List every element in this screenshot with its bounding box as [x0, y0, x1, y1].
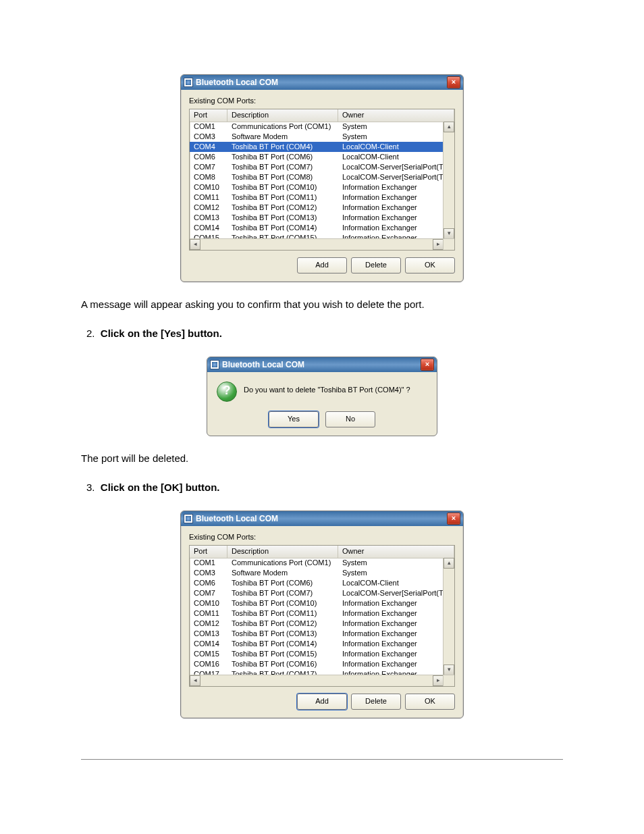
cell-description: Toshiba BT Port (COM4) — [227, 142, 338, 152]
table-row[interactable]: COM11Toshiba BT Port (COM11)Information … — [190, 192, 444, 203]
cell-port: COM3 — [190, 132, 227, 142]
cell-description: Communications Port (COM1) — [227, 558, 338, 568]
cell-description: Toshiba BT Port (COM11) — [227, 192, 338, 203]
close-icon[interactable]: × — [421, 359, 434, 371]
header-owner[interactable]: Owner — [338, 109, 454, 122]
cell-owner: Information Exchanger — [338, 649, 444, 659]
cell-description: Toshiba BT Port (COM10) — [227, 182, 338, 192]
scroll-down-icon[interactable]: ▾ — [444, 228, 454, 239]
body-text: A message will appear asking you to conf… — [81, 298, 563, 310]
table-row[interactable]: COM12Toshiba BT Port (COM12)Information … — [190, 203, 444, 213]
cell-owner: Information Exchanger — [338, 598, 444, 608]
table-row[interactable]: COM8Toshiba BT Port (COM8)LocalCOM-Serve… — [190, 172, 444, 182]
scroll-right-icon[interactable]: ▸ — [433, 239, 444, 250]
cell-port: COM11 — [190, 608, 227, 619]
table-row[interactable]: COM12Toshiba BT Port (COM12)Information … — [190, 619, 444, 629]
table-row[interactable]: COM15Toshiba BT Port (COM15)Information … — [190, 649, 444, 659]
cell-owner: Information Exchanger — [338, 192, 444, 203]
table-row[interactable]: COM6Toshiba BT Port (COM6)LocalCOM-Clien… — [190, 152, 444, 162]
cell-description: Toshiba BT Port (COM6) — [227, 578, 338, 588]
horizontal-scrollbar[interactable]: ◂ ▸ — [190, 238, 444, 250]
scroll-left-icon[interactable]: ◂ — [190, 239, 200, 250]
listview-header[interactable]: Port Description Owner — [190, 109, 454, 122]
cell-port: COM6 — [190, 578, 227, 588]
cell-port: COM1 — [190, 558, 227, 568]
vertical-scrollbar[interactable]: ▴ ▾ — [443, 122, 454, 239]
app-icon — [184, 78, 193, 87]
scroll-left-icon[interactable]: ◂ — [190, 675, 200, 686]
table-row[interactable]: COM13Toshiba BT Port (COM13)Information … — [190, 629, 444, 639]
cell-port: COM11 — [190, 192, 227, 203]
cell-owner: LocalCOM-Client — [338, 578, 444, 588]
table-row[interactable]: COM4Toshiba BT Port (COM4)LocalCOM-Clien… — [190, 142, 444, 152]
scroll-up-icon[interactable]: ▴ — [444, 122, 454, 132]
cell-description: Software Modem — [227, 132, 338, 142]
close-icon[interactable]: × — [447, 513, 460, 525]
no-button[interactable]: No — [325, 411, 375, 427]
cell-description: Software Modem — [227, 568, 338, 578]
table-row[interactable]: COM10Toshiba BT Port (COM10)Information … — [190, 598, 444, 608]
cell-owner: System — [338, 122, 444, 132]
vertical-scrollbar[interactable]: ▴ ▾ — [443, 558, 454, 675]
ok-button[interactable]: OK — [405, 694, 455, 710]
cell-description: Toshiba BT Port (COM10) — [227, 598, 338, 608]
table-row[interactable]: COM6Toshiba BT Port (COM6)LocalCOM-Clien… — [190, 578, 444, 588]
cell-description: Toshiba BT Port (COM14) — [227, 639, 338, 649]
cell-description: Toshiba BT Port (COM11) — [227, 608, 338, 619]
cell-owner: Information Exchanger — [338, 203, 444, 213]
table-row[interactable]: COM3Software ModemSystem — [190, 568, 444, 578]
delete-button[interactable]: Delete — [351, 257, 401, 273]
scroll-up-icon[interactable]: ▴ — [444, 558, 454, 569]
header-description[interactable]: Description — [227, 109, 338, 122]
header-port[interactable]: Port — [190, 546, 227, 558]
header-description[interactable]: Description — [227, 546, 338, 558]
table-row[interactable]: COM16Toshiba BT Port (COM16)Information … — [190, 659, 444, 669]
horizontal-scrollbar[interactable]: ◂ ▸ — [190, 675, 444, 686]
delete-button[interactable]: Delete — [351, 694, 401, 710]
cell-owner: Information Exchanger — [338, 608, 444, 619]
table-row[interactable]: COM3Software ModemSystem — [190, 132, 444, 142]
cell-owner: LocalCOM-Client — [338, 152, 444, 162]
scroll-down-icon[interactable]: ▾ — [444, 664, 454, 675]
table-row[interactable]: COM11Toshiba BT Port (COM11)Information … — [190, 608, 444, 619]
title-bar[interactable]: Bluetooth Local COM × — [181, 511, 463, 526]
table-row[interactable]: COM7Toshiba BT Port (COM7)LocalCOM-Serve… — [190, 588, 444, 598]
table-row[interactable]: COM7Toshiba BT Port (COM7)LocalCOM-Serve… — [190, 162, 444, 172]
step-2: 2. Click on the [Yes] button. — [81, 328, 563, 339]
ok-button[interactable]: OK — [405, 257, 455, 273]
add-button[interactable]: Add — [297, 257, 347, 273]
scroll-right-icon[interactable]: ▸ — [433, 675, 444, 686]
table-row[interactable]: COM13Toshiba BT Port (COM13)Information … — [190, 213, 444, 223]
title-bar[interactable]: Bluetooth Local COM × — [207, 357, 437, 372]
header-owner[interactable]: Owner — [338, 546, 454, 558]
body-text: The port will be deleted. — [81, 452, 563, 464]
table-row[interactable]: COM14Toshiba BT Port (COM14)Information … — [190, 639, 444, 649]
cell-owner: System — [338, 132, 444, 142]
cell-description: Toshiba BT Port (COM8) — [227, 172, 338, 182]
cell-description: Toshiba BT Port (COM16) — [227, 659, 338, 669]
com-ports-listview[interactable]: Port Description Owner COM1Communication… — [189, 109, 455, 251]
cell-port: COM6 — [190, 152, 227, 162]
cell-owner: LocalCOM-Server[SerialPort(TOSHIBA — [338, 162, 444, 172]
yes-button[interactable]: Yes — [269, 411, 319, 427]
header-port[interactable]: Port — [190, 109, 227, 122]
listview-header[interactable]: Port Description Owner — [190, 546, 454, 558]
window-title: Bluetooth Local COM — [222, 360, 421, 369]
table-row[interactable]: COM10Toshiba BT Port (COM10)Information … — [190, 182, 444, 192]
list-label: Existing COM Ports: — [189, 97, 455, 105]
cell-owner: Information Exchanger — [338, 213, 444, 223]
table-row[interactable]: COM1Communications Port (COM1)System — [190, 122, 444, 132]
add-button[interactable]: Add — [297, 694, 347, 710]
table-row[interactable]: COM14Toshiba BT Port (COM14)Information … — [190, 223, 444, 233]
title-bar[interactable]: Bluetooth Local COM × — [181, 75, 463, 90]
scroll-corner — [443, 675, 454, 686]
message-text: Do you want to delete "Toshiba BT Port (… — [244, 382, 410, 394]
close-icon[interactable]: × — [447, 76, 460, 88]
table-row[interactable]: COM1Communications Port (COM1)System — [190, 558, 444, 568]
cell-description: Toshiba BT Port (COM13) — [227, 629, 338, 639]
cell-port: COM14 — [190, 639, 227, 649]
cell-owner: System — [338, 568, 444, 578]
question-icon — [217, 382, 237, 402]
com-ports-listview[interactable]: Port Description Owner COM1Communication… — [189, 545, 455, 687]
document-page: Bluetooth Local COM × Existing COM Ports… — [0, 0, 644, 800]
